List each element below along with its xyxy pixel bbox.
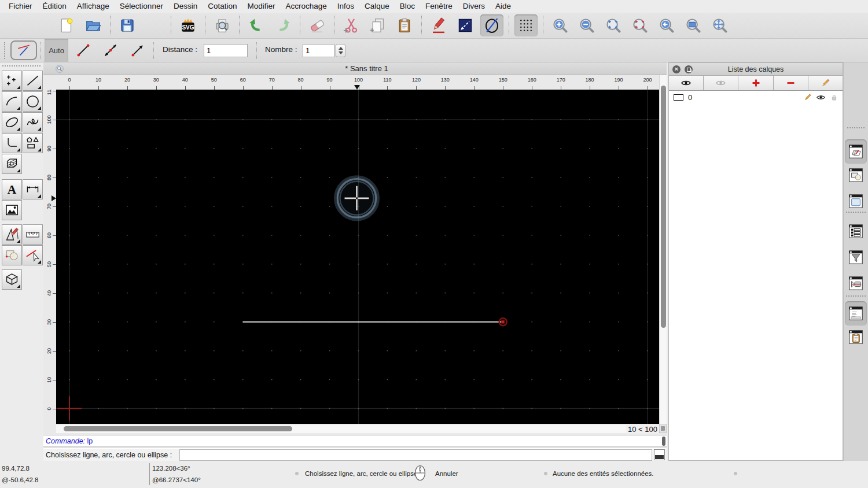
image-tool-button[interactable]	[2, 200, 22, 220]
layer-visible-icon[interactable]	[816, 93, 826, 102]
vertical-ruler: 0102030405060708090100110	[43, 90, 56, 424]
layers-panel-toggle-button[interactable]	[845, 139, 867, 164]
menu-bloc[interactable]: Bloc	[395, 0, 420, 13]
close-icon[interactable]: ✕	[672, 65, 681, 73]
menu-infos[interactable]: Infos	[332, 0, 359, 13]
linetype-settings-button[interactable]	[454, 14, 477, 36]
layer-row[interactable]: 0	[669, 91, 843, 103]
save-button[interactable]	[116, 14, 139, 36]
menu-accrochage[interactable]: Accrochage	[280, 0, 332, 13]
edit-entity-button[interactable]	[427, 14, 450, 36]
edit-layer-button[interactable]	[808, 76, 843, 90]
structure-panel-toggle-button[interactable]	[846, 221, 866, 241]
box-3d-tool-button[interactable]	[2, 269, 22, 290]
circle-tool-button[interactable]	[23, 91, 43, 112]
zoom-previous-button[interactable]	[655, 14, 678, 36]
arc-tool-button[interactable]	[2, 91, 22, 112]
undo-button[interactable]	[245, 14, 268, 36]
command-keyboard-icon[interactable]	[654, 449, 665, 460]
spline-tool-button[interactable]	[23, 112, 43, 132]
open-file-button[interactable]	[82, 14, 105, 36]
command-panel-toggle-button[interactable]	[845, 301, 867, 326]
blocks-panel-toggle-button[interactable]	[846, 165, 866, 185]
select-entity-tool-button[interactable]	[23, 245, 43, 265]
menu-modifier[interactable]: Modifier	[242, 0, 280, 13]
paste-button[interactable]	[393, 14, 416, 36]
ellipse-linetype-button[interactable]	[480, 14, 503, 36]
save-as-button[interactable]: undefined	[142, 14, 165, 36]
current-tool-button[interactable]	[10, 40, 37, 60]
horizontal-scroll-thumb[interactable]	[64, 426, 292, 431]
strip-drag-handle[interactable]	[847, 127, 865, 129]
menu-cotation[interactable]: Cotation	[203, 0, 242, 13]
new-document-button[interactable]	[55, 14, 78, 36]
command-history-scroll-thumb[interactable]	[662, 437, 665, 446]
document-titlebar[interactable]: * Sans titre 1	[43, 62, 667, 75]
menu-fichier[interactable]: Fichier	[3, 0, 38, 13]
menu-calque[interactable]: Calque	[359, 0, 395, 13]
zoom-extents-button[interactable]	[602, 14, 625, 36]
show-only-layer-button[interactable]	[704, 76, 738, 90]
add-layer-button[interactable]	[738, 76, 773, 90]
h-ruler-label: 110	[378, 77, 396, 83]
menu-fenetre[interactable]: Fenêtre	[420, 0, 458, 13]
drawing-canvas[interactable]	[56, 90, 659, 424]
polyline-tool-button[interactable]	[2, 133, 22, 153]
menu-edition[interactable]: Édition	[38, 0, 72, 13]
properties-panel-toggle-button[interactable]	[846, 191, 866, 211]
line-tool-button[interactable]	[23, 71, 43, 91]
zoom-in-button[interactable]	[549, 14, 572, 36]
filter-panel-toggle-button[interactable]	[846, 247, 866, 267]
layer-lock-icon[interactable]	[829, 93, 839, 102]
flyout-indicator	[17, 106, 20, 110]
copy-button[interactable]	[366, 14, 389, 36]
drafting-tool-button[interactable]	[2, 224, 22, 245]
distance-input[interactable]	[204, 44, 248, 57]
text-tool-button[interactable]: A	[2, 179, 22, 199]
pan-button[interactable]	[708, 14, 731, 36]
auto-button[interactable]: Auto	[45, 39, 68, 62]
export-svg-button[interactable]: SVG	[176, 14, 200, 36]
menu-divers[interactable]: Divers	[458, 0, 490, 13]
show-layer-button[interactable]	[669, 76, 704, 90]
redo-button[interactable]	[271, 14, 295, 36]
line-two-points-button[interactable]	[73, 40, 94, 60]
measure-tool-button[interactable]	[23, 224, 43, 245]
points-tool-button[interactable]	[2, 71, 22, 91]
command-input[interactable]	[179, 449, 652, 461]
line-double-arrow-button[interactable]	[100, 40, 121, 60]
vertical-scrollbar[interactable]	[659, 75, 667, 424]
toolbar-drag-handle[interactable]	[4, 42, 6, 59]
horizontal-scrollbar[interactable]: 10 < 100	[56, 424, 659, 433]
zoom-selection-button[interactable]	[628, 14, 652, 36]
delete-button[interactable]	[306, 14, 329, 36]
dock-panel-icon[interactable]	[685, 65, 693, 73]
menu-dessin[interactable]: Dessin	[168, 0, 203, 13]
edit-layer-row-icon[interactable]	[803, 93, 812, 102]
zoom-prev-icon	[658, 17, 675, 34]
view-panel-toggle-button[interactable]	[846, 273, 866, 293]
menu-selectionner[interactable]: Sélectionner	[115, 0, 168, 13]
hatch-tool-button[interactable]	[2, 154, 22, 174]
nombre-input[interactable]	[303, 44, 334, 57]
menu-aide[interactable]: Aide	[490, 0, 516, 13]
nombre-stepper[interactable]	[336, 44, 345, 57]
zoom-out-button[interactable]	[575, 14, 598, 36]
cut-button[interactable]	[340, 14, 363, 36]
zoom-window-button[interactable]	[682, 14, 705, 36]
palette-drag-handle[interactable]	[2, 65, 41, 66]
layer-color-swatch[interactable]	[674, 94, 683, 101]
menu-affichage[interactable]: Affichage	[72, 0, 115, 13]
polygon-tool-button[interactable]	[23, 133, 43, 153]
h-ruler-label: 200	[639, 77, 656, 83]
clipboard-panel-toggle-button[interactable]	[846, 327, 866, 347]
remove-layer-button[interactable]	[774, 76, 808, 90]
ellipse-tool-button[interactable]	[2, 112, 22, 132]
vertical-scroll-thumb[interactable]	[661, 86, 666, 328]
blocks-tool-button[interactable]	[2, 245, 22, 265]
print-preview-button[interactable]	[211, 14, 234, 36]
scrollbar-corner[interactable]	[659, 424, 667, 433]
grid-toggle-button[interactable]	[514, 14, 538, 36]
line-arrow-button[interactable]	[127, 40, 148, 60]
dimension-tool-button[interactable]	[23, 179, 43, 199]
